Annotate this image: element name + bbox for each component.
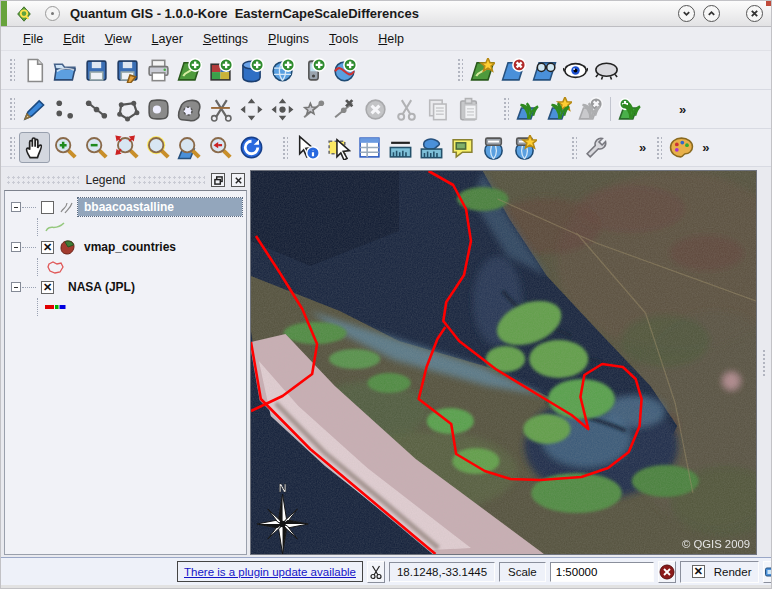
toolbar-drag-handle[interactable]	[8, 135, 15, 161]
menu-view[interactable]: View	[95, 30, 142, 48]
menu-help[interactable]: Help	[368, 30, 414, 48]
add-island-button[interactable]	[174, 94, 205, 125]
panel-float-button[interactable]	[211, 173, 225, 187]
north-label: N	[279, 482, 287, 494]
toolbar-drag-handle[interactable]	[655, 135, 662, 161]
layer-visibility-checkbox[interactable]	[41, 241, 54, 254]
open-project-button[interactable]	[50, 55, 81, 86]
zoom-full-extent-button[interactable]	[112, 132, 143, 163]
decorations-button[interactable]	[666, 132, 697, 163]
legend-layer-row[interactable]: bbaacoastalline	[11, 196, 246, 218]
add-raster-layer-button[interactable]	[205, 55, 236, 86]
move-vertex-button[interactable]	[267, 94, 298, 125]
print-composer-button[interactable]	[143, 55, 174, 86]
legend-layer-row[interactable]: NASA (JPL)	[11, 276, 246, 298]
show-all-layers-button[interactable]	[560, 55, 591, 86]
delete-vertex-button[interactable]	[329, 94, 360, 125]
window-corner-accent	[766, 1, 771, 6]
scale-input[interactable]	[550, 562, 654, 582]
new-vector-layer-button[interactable]	[467, 55, 498, 86]
menu-settings[interactable]: Settings	[193, 30, 258, 48]
toolbar-overflow-2-button[interactable]: »	[634, 140, 651, 155]
menu-layer[interactable]: Layer	[142, 30, 193, 48]
menu-edit[interactable]: Edit	[53, 30, 95, 48]
render-checkbox[interactable]	[692, 565, 705, 578]
refresh-map-button[interactable]	[236, 132, 267, 163]
add-vector-layer-button[interactable]	[174, 55, 205, 86]
options-tool-button[interactable]	[581, 132, 612, 163]
layer-visibility-checkbox[interactable]	[41, 281, 54, 294]
legend-layer-row[interactable]: vmap_countries	[11, 236, 246, 258]
add-wfs-layer-button[interactable]	[329, 55, 360, 86]
move-feature-button[interactable]	[236, 94, 267, 125]
map-tips-button[interactable]	[447, 132, 478, 163]
tree-collapse-icon[interactable]	[11, 242, 21, 252]
toolbar-drag-handle[interactable]	[456, 57, 463, 83]
panel-close-button[interactable]	[231, 173, 245, 187]
add-wms-layer-button[interactable]	[267, 55, 298, 86]
close-button[interactable]	[746, 5, 763, 22]
menu-tools[interactable]: Tools	[319, 30, 368, 48]
shade-button[interactable]	[678, 5, 695, 22]
hide-all-layers-button[interactable]	[591, 55, 622, 86]
add-postgis-layer-button[interactable]	[236, 55, 267, 86]
open-grass-mapset-button[interactable]	[513, 94, 544, 125]
legend-panel-titlebar[interactable]: Legend	[4, 170, 247, 190]
new-grass-mapset-button[interactable]	[544, 94, 575, 125]
pan-map-button[interactable]	[19, 132, 50, 163]
stop-render-button[interactable]	[658, 561, 676, 583]
capture-polygon-button[interactable]	[112, 94, 143, 125]
toolbar-overflow-3-button[interactable]: »	[697, 140, 714, 155]
measure-area-button[interactable]	[416, 132, 447, 163]
zoom-to-selection-button[interactable]	[143, 132, 174, 163]
toolbar-drag-handle[interactable]	[281, 135, 288, 161]
panel-resize-handle[interactable]	[762, 349, 767, 377]
crs-status-button[interactable]	[763, 561, 772, 583]
add-to-overview-button[interactable]	[529, 55, 560, 86]
capture-point-button[interactable]	[50, 94, 81, 125]
tree-connector	[37, 258, 38, 276]
add-ring-button[interactable]	[143, 94, 174, 125]
tree-collapse-icon[interactable]	[11, 202, 21, 212]
toggle-extents-button[interactable]	[367, 561, 385, 583]
tree-collapse-icon[interactable]	[11, 282, 21, 292]
layer-name-label[interactable]: NASA (JPL)	[62, 278, 141, 296]
split-features-button[interactable]	[205, 94, 236, 125]
layer-name-label[interactable]: vmap_countries	[78, 238, 182, 256]
new-bookmark-button[interactable]	[478, 132, 509, 163]
zoom-last-button[interactable]	[205, 132, 236, 163]
menu-file[interactable]: File	[13, 30, 53, 48]
toolbar-drag-handle[interactable]	[502, 96, 509, 122]
plugin-update-link[interactable]: There is a plugin update available	[184, 566, 356, 578]
show-bookmarks-button[interactable]	[509, 132, 540, 163]
measure-line-button[interactable]	[385, 132, 416, 163]
open-attribute-table-button[interactable]	[354, 132, 385, 163]
zoom-out-button[interactable]	[81, 132, 112, 163]
layer-visibility-checkbox[interactable]	[41, 201, 54, 214]
layer-name-label[interactable]: bbaacoastalline	[78, 198, 242, 216]
remove-layer-button[interactable]	[498, 55, 529, 86]
toolbar-drag-handle[interactable]	[570, 135, 577, 161]
projector-icon	[764, 564, 772, 580]
maximize-button[interactable]	[703, 5, 720, 22]
render-toggle[interactable]: Render	[680, 561, 760, 583]
save-project-button[interactable]	[81, 55, 112, 86]
toggle-editing-button[interactable]	[19, 94, 50, 125]
grass-tools-button[interactable]	[615, 94, 646, 125]
add-vertex-button[interactable]	[298, 94, 329, 125]
map-canvas[interactable]: N © QGIS 2009	[250, 170, 757, 555]
window-menu-button[interactable]	[45, 6, 60, 21]
new-project-button[interactable]	[19, 55, 50, 86]
menu-plugins[interactable]: Plugins	[258, 30, 319, 48]
capture-line-button[interactable]	[81, 94, 112, 125]
select-features-button[interactable]	[323, 132, 354, 163]
zoom-to-layer-button[interactable]	[174, 132, 205, 163]
toolbar-drag-handle[interactable]	[8, 96, 15, 122]
identify-features-button[interactable]	[292, 132, 323, 163]
add-gpx-layer-button[interactable]	[298, 55, 329, 86]
zoom-in-button[interactable]	[50, 132, 81, 163]
toolbar-overflow-button[interactable]: »	[674, 102, 691, 117]
title-bar[interactable]: Quantum GIS - 1.0.0-Kore EasternCapeScal…	[1, 1, 771, 27]
save-project-as-button[interactable]	[112, 55, 143, 86]
toolbar-drag-handle[interactable]	[8, 57, 15, 83]
